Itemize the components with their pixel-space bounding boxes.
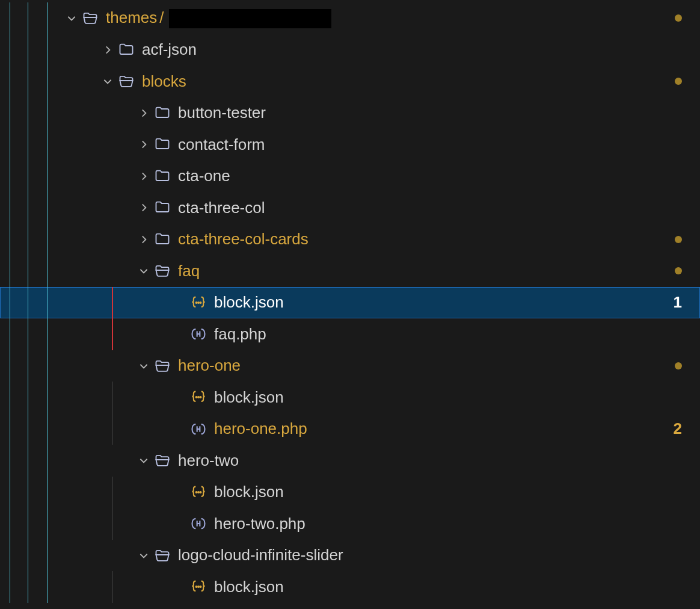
chevron-down-icon[interactable]	[137, 454, 150, 467]
json-file-icon	[190, 484, 207, 501]
svg-point-9	[196, 586, 197, 587]
file-label: hero-one.php	[214, 419, 307, 438]
svg-point-11	[200, 586, 201, 587]
tree-row-faq[interactable]: faq	[0, 255, 700, 287]
tree-row-block-json[interactable]: block.json	[0, 571, 700, 603]
folder-label: cta-three-col	[178, 199, 265, 217]
folder-open-icon	[154, 357, 171, 374]
tree-row-cta-one[interactable]: cta-one	[0, 161, 700, 193]
svg-point-8	[200, 492, 201, 493]
svg-point-3	[196, 397, 197, 398]
chevron-right-icon[interactable]	[137, 138, 150, 151]
folder-label: themes/	[106, 8, 331, 28]
chevron-down-icon[interactable]	[137, 549, 150, 562]
folder-label: logo-cloud-infinite-slider	[178, 546, 343, 564]
folder-icon	[154, 199, 171, 216]
tree-row-hero-one[interactable]: hero-one	[0, 350, 700, 382]
svg-point-2	[200, 302, 201, 303]
svg-point-10	[198, 586, 199, 587]
file-label: block.json	[214, 293, 284, 312]
tree-row-cta-three-col-cards[interactable]: cta-three-col-cards	[0, 224, 700, 256]
chevron-right-icon[interactable]	[137, 170, 150, 183]
folder-icon	[154, 136, 171, 153]
chevron-right-icon[interactable]	[137, 201, 150, 214]
chevron-down-icon[interactable]	[101, 75, 114, 88]
folder-open-icon	[118, 73, 135, 90]
folder-open-icon	[154, 547, 171, 564]
modified-dot-icon	[675, 236, 682, 243]
tree-row-hero-two-php[interactable]: hero-two.php	[0, 508, 700, 540]
folder-label: acf-json	[142, 40, 197, 59]
modified-dot-icon	[675, 78, 682, 85]
chevron-down-icon[interactable]	[65, 11, 78, 25]
chevron-right-icon[interactable]	[137, 107, 150, 120]
tree-row-button-tester[interactable]: button-tester	[0, 97, 700, 129]
redacted-region	[169, 9, 331, 28]
folder-icon	[154, 105, 171, 122]
folder-label: button-tester	[178, 104, 266, 122]
file-label: block.json	[214, 483, 284, 501]
folder-icon	[118, 42, 135, 58]
tree-row-acf-json[interactable]: acf-json	[0, 34, 700, 66]
file-label: block.json	[214, 388, 284, 407]
folder-icon	[154, 231, 171, 248]
json-file-icon	[190, 294, 207, 311]
chevron-right-icon[interactable]	[137, 233, 150, 246]
tree-row-block-json[interactable]: block.json	[0, 477, 700, 509]
svg-point-6	[196, 492, 197, 493]
php-file-icon	[190, 515, 207, 532]
folder-icon	[154, 168, 171, 185]
modified-dot-icon	[675, 362, 682, 369]
chevron-down-icon[interactable]	[137, 359, 150, 373]
php-file-icon	[190, 326, 207, 342]
tree-row-hero-two[interactable]: hero-two	[0, 445, 700, 477]
tree-row-hero-one-php[interactable]: hero-one.php2	[0, 413, 700, 445]
diff-count-badge: 1	[674, 293, 682, 312]
folder-label: blocks	[142, 72, 186, 91]
json-file-icon	[190, 389, 207, 406]
svg-point-0	[196, 302, 197, 303]
tree-row-logo-cloud-infinite-slider[interactable]: logo-cloud-infinite-slider	[0, 540, 700, 572]
tree-row-block-json[interactable]: block.json	[0, 382, 700, 413]
php-file-icon	[190, 421, 207, 437]
file-label: faq.php	[214, 325, 266, 344]
svg-point-1	[198, 302, 199, 303]
tree-row-block-json[interactable]: block.json1	[0, 287, 700, 319]
folder-label: hero-one	[178, 356, 241, 375]
tree-row-faq-php[interactable]: faq.php	[0, 318, 700, 350]
diff-count-badge: 2	[674, 419, 682, 438]
tree-row-cta-three-col[interactable]: cta-three-col	[0, 192, 700, 224]
file-label: hero-two.php	[214, 515, 305, 533]
tree-row-contact-form[interactable]: contact-form	[0, 129, 700, 161]
tree-row-blocks[interactable]: blocks	[0, 66, 700, 97]
file-tree: themes/ acf-jsonblocksbutton-testerconta…	[0, 0, 700, 603]
folder-open-icon	[154, 262, 171, 279]
svg-point-5	[200, 397, 201, 398]
folder-open-icon	[82, 10, 99, 26]
file-label: block.json	[214, 578, 284, 596]
folder-label: hero-two	[178, 451, 239, 470]
svg-point-7	[198, 492, 199, 493]
svg-point-4	[198, 397, 199, 398]
json-file-icon	[190, 578, 207, 595]
folder-label: faq	[178, 262, 200, 280]
folder-label: contact-form	[178, 135, 265, 154]
folder-open-icon	[154, 452, 171, 469]
chevron-right-icon[interactable]	[101, 43, 114, 57]
folder-label: cta-one	[178, 167, 230, 185]
folder-label: cta-three-col-cards	[178, 230, 309, 249]
modified-dot-icon	[675, 14, 682, 22]
modified-dot-icon	[675, 267, 682, 274]
chevron-down-icon[interactable]	[137, 264, 150, 277]
tree-row-themes[interactable]: themes/	[0, 2, 700, 34]
